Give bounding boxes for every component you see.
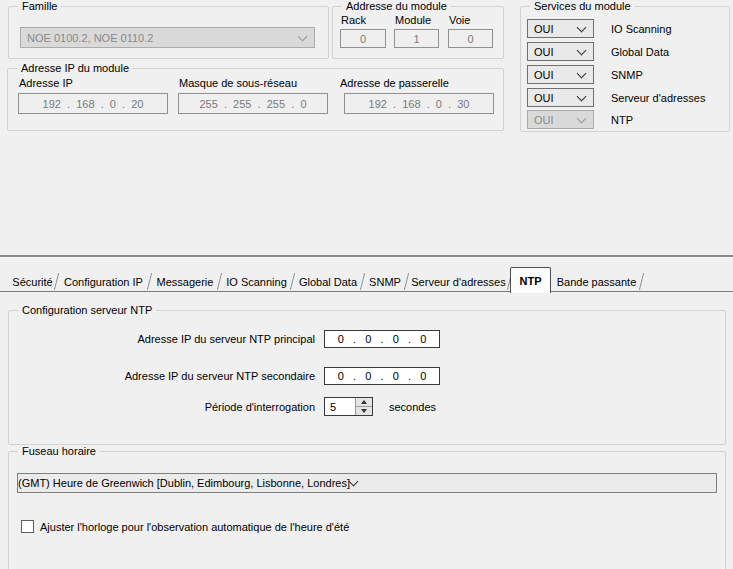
timezone-select[interactable]: (GMT) Heure de Greenwich [Dublin, Edimbo… [17,473,717,493]
timezone-group: Fuseau horaire (GMT) Heure de Greenwich … [8,451,726,569]
primary-ntp-row: Adresse IP du serveur NTP principal 0 . … [9,330,440,348]
section-divider [0,255,733,258]
snmp-select-value: OUI [528,69,578,81]
chevron-down-icon [577,68,587,78]
ntp-service-select: OUI [527,110,594,129]
service-row-global-data: OUI Global Data [527,42,669,61]
famille-group-label: Famille [18,0,61,13]
tab-bande-passante[interactable]: Bande passante [551,271,642,292]
ip-address-field: 192 . 168 . 0 . 20 [18,93,168,114]
voie-label: Voie [449,14,470,26]
gateway-label: Adresse de passerelle [340,77,449,89]
chevron-down-icon [577,113,587,123]
gateway-field: 192 . 168 . 0 . 30 [344,93,494,114]
io-scanning-select-value: OUI [528,23,578,35]
tab-bar: Sécurité Configuration IP Messagerie IO … [8,266,642,292]
subnet-mask-label: Masque de sous-réseau [179,77,297,89]
global-data-select-value: OUI [528,46,578,58]
ip-address-label: Adresse IP [19,77,73,89]
rack-field: 0 [340,29,386,48]
address-server-service-label: Serveur d'adresses [611,92,705,104]
tab-securite[interactable]: Sécurité [8,271,57,292]
module-field: 1 [394,29,439,48]
ntp-service-label: NTP [611,114,633,126]
noe-module-config-panel: Famille NOE 0100.2, NOE 0110.2 Addresse … [0,0,733,569]
tab-messagerie[interactable]: Messagerie [150,271,220,292]
io-scanning-service-label: IO Scanning [611,23,672,35]
timezone-value: (GMT) Heure de Greenwich [Dublin, Edimbo… [18,477,350,489]
tab-configuration-ip[interactable]: Configuration IP [57,271,150,292]
spin-down-button[interactable] [356,406,372,415]
services-group: Services du module OUI IO Scanning OUI G… [520,6,730,132]
global-data-service-label: Global Data [611,46,669,58]
secondary-ntp-label: Adresse IP du serveur NTP secondaire [9,370,315,382]
timezone-group-label: Fuseau horaire [18,445,100,458]
famille-group: Famille NOE 0100.2, NOE 0110.2 [8,6,329,59]
global-data-select[interactable]: OUI [527,42,594,61]
service-row-io-scanning: OUI IO Scanning [527,19,672,38]
services-group-label: Services du module [530,0,635,13]
ntp-service-select-value: OUI [528,114,578,126]
dst-checkbox-row: Ajuster l'horloge pour l'observation aut… [21,520,349,533]
dst-checkbox-label: Ajuster l'horloge pour l'observation aut… [40,521,349,533]
secondary-ntp-row: Adresse IP du serveur NTP secondaire 0 .… [9,367,440,385]
snmp-service-label: SNMP [611,69,643,81]
secondary-ntp-ip-input[interactable]: 0 . 0 . 0 . 0 [324,367,440,385]
module-address-group: Addresse du module Rack Module Voie 0 1 … [332,6,504,59]
poll-period-label: Période d'interrogation [9,401,315,413]
poll-period-unit: secondes [389,401,436,413]
famille-value: NOE 0100.2, NOE 0110.2 [21,32,299,44]
ntp-server-config-group-label: Configuration serveur NTP [18,304,156,317]
primary-ntp-ip-input[interactable]: 0 . 0 . 0 . 0 [324,330,440,348]
module-ip-group-label: Adresse IP du module [17,62,133,75]
triangle-down-icon [361,409,367,413]
subnet-mask-field: 255 . 255 . 255 . 0 [178,93,328,114]
famille-select: NOE 0100.2, NOE 0110.2 [20,27,315,48]
address-server-select[interactable]: OUI [527,88,594,107]
poll-period-spinner[interactable]: 5 [324,397,373,416]
poll-period-row: Période d'interrogation 5 secondes [9,397,436,416]
module-label: Module [395,14,431,26]
chevron-down-icon [577,22,587,32]
triangle-up-icon [361,400,367,404]
tab-global-data[interactable]: Global Data [293,271,363,292]
voie-field: 0 [448,29,493,48]
tab-serveur-adresses[interactable]: Serveur d'adresses [407,271,510,292]
module-address-group-label: Addresse du module [342,0,451,13]
tab-ntp[interactable]: NTP [510,267,551,293]
primary-ntp-label: Adresse IP du serveur NTP principal [9,333,315,345]
snmp-select[interactable]: OUI [527,65,594,84]
chevron-down-icon [298,31,308,41]
ntp-server-config-group: Configuration serveur NTP Adresse IP du … [8,310,726,445]
spin-up-button[interactable] [356,398,372,406]
chevron-down-icon [577,45,587,55]
chevron-down-icon [349,477,359,487]
spinner-buttons [355,398,372,415]
chevron-down-icon [577,91,587,101]
rack-label: Rack [341,14,366,26]
module-ip-group: Adresse IP du module Adresse IP Masque d… [7,68,504,131]
service-row-snmp: OUI SNMP [527,65,643,84]
service-row-address-server: OUI Serveur d'adresses [527,88,705,107]
service-row-ntp: OUI NTP [527,110,633,129]
address-server-select-value: OUI [528,92,578,104]
dst-checkbox[interactable] [21,520,34,533]
io-scanning-select[interactable]: OUI [527,19,594,38]
tab-io-scanning[interactable]: IO Scanning [220,271,293,292]
poll-period-value: 5 [325,398,355,415]
tab-snmp[interactable]: SNMP [363,271,407,292]
